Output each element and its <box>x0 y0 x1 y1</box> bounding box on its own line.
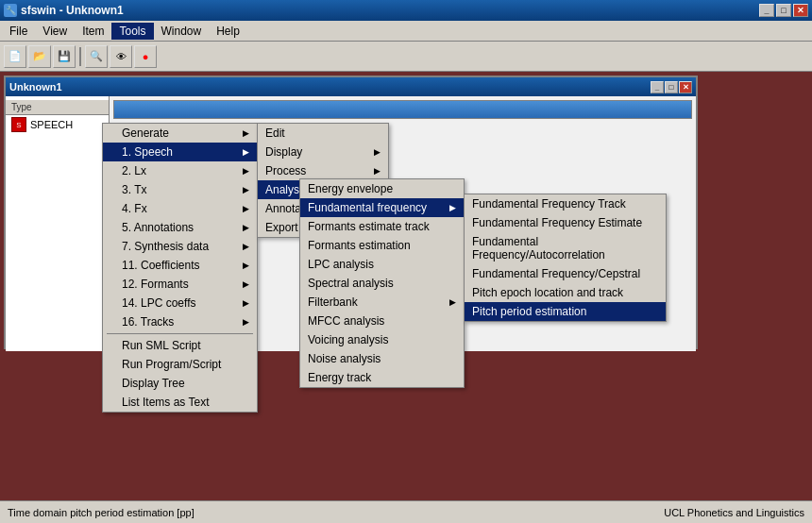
tools-generate[interactable]: Generate ▶ <box>103 124 257 143</box>
tools-run-program[interactable]: Run Program/Script <box>103 355 257 374</box>
synthesis-arrow: ▶ <box>243 242 249 251</box>
speech-edit[interactable]: Edit <box>258 124 388 143</box>
analysis-submenu: Energy envelope Fundamental frequency ▶ … <box>299 178 465 388</box>
save-button[interactable]: 💾 <box>53 45 76 68</box>
app-icon: 🔧 <box>4 4 17 17</box>
fx-arrow: ▶ <box>243 204 249 213</box>
analysis-energy-envelope[interactable]: Energy envelope <box>300 179 464 198</box>
status-right: UCL Phonetics and Linguistics <box>664 507 804 518</box>
new-button[interactable]: 📄 <box>4 45 26 68</box>
close-button[interactable]: ✕ <box>793 4 808 17</box>
analysis-formants-estimation[interactable]: Formants estimation <box>300 236 464 255</box>
ff-submenu: Fundamental Frequency Track Fundamental … <box>464 194 667 322</box>
tools-menu: Generate ▶ 1. Speech ▶ 2. Lx ▶ 3. Tx ▶ 4… <box>102 123 258 413</box>
ff-arrow: ▶ <box>449 203 456 212</box>
annotations-arrow: ▶ <box>243 223 249 232</box>
tools-separator <box>107 333 253 334</box>
menu-help[interactable]: Help <box>209 23 247 40</box>
maximize-button[interactable]: □ <box>776 4 791 17</box>
analysis-filterbank[interactable]: Filterbank ▶ <box>300 293 464 312</box>
tools-lpc-coeffs[interactable]: 14. LPC coeffs ▶ <box>103 294 257 312</box>
speech-display[interactable]: Display ▶ <box>258 143 388 161</box>
tools-run-sml[interactable]: Run SML Script <box>103 336 257 355</box>
inner-minimize[interactable]: _ <box>651 81 664 93</box>
title-bar: 🔧 sfswin - Unknown1 _ □ ✕ <box>0 0 812 21</box>
analysis-formants-estimate-track[interactable]: Formants estimate track <box>300 217 464 236</box>
tools-formants[interactable]: 12. Formants ▶ <box>103 275 257 294</box>
ff-autocorrelation[interactable]: Fundamental Frequency/Autocorrelation <box>465 232 666 264</box>
toolbar-separator-1 <box>79 47 81 66</box>
speech-arrow: ▶ <box>243 147 249 157</box>
tools-speech[interactable]: 1. Speech ▶ <box>103 143 257 161</box>
coeff-arrow: ▶ <box>243 261 249 270</box>
speech-process[interactable]: Process ▶ <box>258 161 388 180</box>
view-button[interactable]: 👁 <box>110 45 132 68</box>
process-arrow: ▶ <box>374 166 381 176</box>
tx-arrow: ▶ <box>243 185 249 194</box>
filterbank-arrow: ▶ <box>449 297 456 307</box>
status-left: Time domain pitch period estimation [pp] <box>8 507 195 518</box>
menu-view[interactable]: View <box>35 23 75 40</box>
analysis-energy-track[interactable]: Energy track <box>300 368 464 387</box>
ff-estimate[interactable]: Fundamental Frequency Estimate <box>465 213 666 232</box>
content-header-bar <box>113 100 692 119</box>
ff-track[interactable]: Fundamental Frequency Track <box>465 194 666 213</box>
menu-bar: File View Item Tools Window Help <box>0 21 812 42</box>
analysis-lpc[interactable]: LPC analysis <box>300 255 464 274</box>
tools-annotations[interactable]: 5. Annotations ▶ <box>103 218 257 237</box>
analysis-voicing[interactable]: Voicing analysis <box>300 330 464 349</box>
open-button[interactable]: 📂 <box>28 45 51 68</box>
formants-arrow: ▶ <box>243 279 249 289</box>
sidebar-header: Type <box>6 100 109 115</box>
menu-item[interactable]: Item <box>75 23 111 40</box>
inner-sidebar: Type S SPEECH <box>6 96 110 351</box>
analysis-spectral[interactable]: Spectral analysis <box>300 274 464 293</box>
inner-window-title: Unknown1 <box>9 81 62 93</box>
main-area: Unknown1 _ □ ✕ Type S SPEECH <box>0 72 812 500</box>
ff-pitch-period[interactable]: Pitch period estimation <box>465 302 666 321</box>
analysis-noise[interactable]: Noise analysis <box>300 349 464 368</box>
generate-arrow: ▶ <box>243 128 249 138</box>
tools-synthesis[interactable]: 7. Synthesis data ▶ <box>103 237 257 256</box>
ff-cepstral[interactable]: Fundamental Frequency/Cepstral <box>465 264 666 283</box>
search-button[interactable]: 🔍 <box>85 45 108 68</box>
tools-coefficients[interactable]: 11. Coefficients ▶ <box>103 256 257 275</box>
analysis-fundamental-freq[interactable]: Fundamental frequency ▶ <box>300 198 464 217</box>
analysis-mfcc[interactable]: MFCC analysis <box>300 312 464 330</box>
tracks-arrow: ▶ <box>243 317 249 327</box>
title-controls: _ □ ✕ <box>759 4 808 17</box>
inner-title-bar: Unknown1 _ □ ✕ <box>6 77 696 96</box>
tools-tx[interactable]: 3. Tx ▶ <box>103 180 257 199</box>
lpc-arrow: ▶ <box>243 298 249 308</box>
tools-lx[interactable]: 2. Lx ▶ <box>103 161 257 180</box>
lx-arrow: ▶ <box>243 166 249 176</box>
tools-display-tree[interactable]: Display Tree <box>103 374 257 393</box>
display-arrow: ▶ <box>374 147 381 157</box>
sidebar-item-speech[interactable]: S SPEECH <box>6 115 109 134</box>
minimize-button[interactable]: _ <box>759 4 774 17</box>
inner-title-controls: _ □ ✕ <box>651 81 692 93</box>
inner-maximize[interactable]: □ <box>665 81 678 93</box>
menu-file[interactable]: File <box>2 23 35 40</box>
tools-list-items[interactable]: List Items as Text <box>103 393 257 412</box>
record-button[interactable]: ● <box>134 45 157 68</box>
inner-close[interactable]: ✕ <box>679 81 692 93</box>
menu-window[interactable]: Window <box>154 23 210 40</box>
speech-icon: S <box>11 117 26 132</box>
tools-fx[interactable]: 4. Fx ▶ <box>103 199 257 218</box>
toolbar: 📄 📂 💾 🔍 👁 ● <box>0 42 812 72</box>
sidebar-item-label: SPEECH <box>30 119 73 130</box>
tools-tracks[interactable]: 16. Tracks ▶ <box>103 312 257 331</box>
menu-tools[interactable]: Tools <box>111 23 153 40</box>
window-title: sfswin - Unknown1 <box>21 4 124 17</box>
ff-pitch-epoch[interactable]: Pitch epoch location and track <box>465 283 666 302</box>
status-bar: Time domain pitch period estimation [pp]… <box>0 500 812 523</box>
